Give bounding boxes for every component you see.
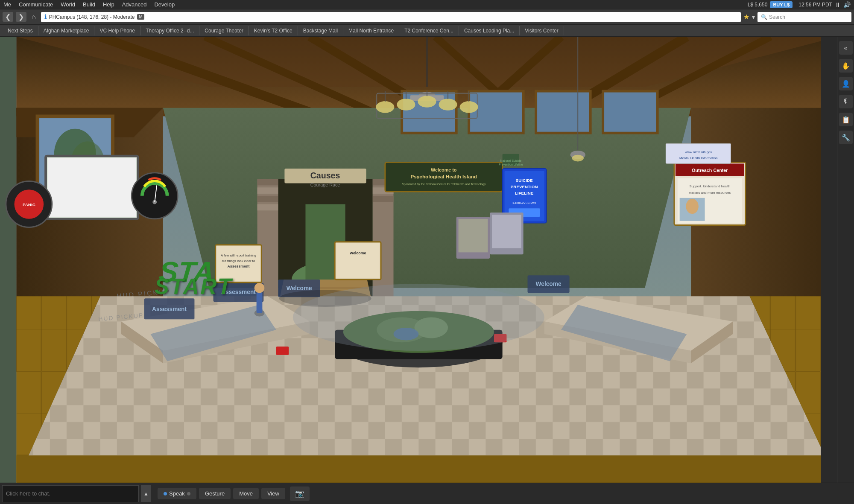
tools-button[interactable]: 🔧: [839, 131, 853, 144]
svg-rect-150: [821, 37, 837, 483]
move-button[interactable]: Move: [233, 488, 259, 499]
inventory-button[interactable]: 📋: [839, 113, 853, 126]
menu-help[interactable]: Help: [103, 1, 114, 8]
chat-input[interactable]: Click here to chat.: [2, 485, 139, 502]
svg-point-88: [415, 317, 448, 338]
gesture-label: Gesture: [205, 490, 225, 497]
speak-indicator: [164, 492, 167, 495]
svg-rect-28: [536, 91, 591, 133]
menu-build[interactable]: Build: [83, 1, 95, 8]
svg-point-84: [335, 317, 502, 367]
svg-text:Welcome: Welcome: [536, 281, 562, 287]
svg-text:Assessment: Assessment: [152, 306, 187, 312]
back-button[interactable]: ❮: [3, 12, 13, 22]
svg-rect-58: [372, 187, 393, 194]
svg-point-23: [54, 129, 96, 179]
bookmark-mall-north-entrance[interactable]: Mall North Entrance: [343, 26, 399, 35]
bookmark-visitors-center[interactable]: Visitors Center: [520, 26, 564, 35]
svg-rect-127: [509, 208, 540, 217]
svg-point-35: [418, 92, 435, 99]
svg-rect-31: [469, 91, 524, 133]
bookmarks-bar: Next Steps Afghan Marketplace VC Help Ph…: [0, 25, 854, 37]
svg-text:Psychological Health Island: Psychological Health Island: [410, 174, 477, 179]
speak-label: Speak: [169, 490, 185, 497]
svg-rect-21: [37, 116, 113, 192]
bookmark-next-steps[interactable]: Next Steps: [3, 26, 38, 35]
bookmark-therapy-office[interactable]: Therapy Office 2--d...: [140, 26, 199, 35]
svg-rect-53: [257, 179, 278, 186]
svg-marker-7: [16, 37, 837, 112]
3d-viewport[interactable]: Causes Courage Race START HUD PICKUP ENH…: [0, 37, 854, 483]
bookmark-causes-loading[interactable]: Causes Loading Pla...: [459, 26, 520, 35]
menu-bar: Me Communicate World Build Help Advanced…: [0, 0, 854, 9]
favorite-star-icon[interactable]: ★: [743, 13, 749, 21]
chat-placeholder-text: Click here to chat.: [6, 490, 50, 497]
profile-button[interactable]: 👤: [839, 77, 853, 90]
svg-marker-73: [16, 296, 100, 483]
volume-icon[interactable]: 🔊: [843, 1, 851, 8]
chat-expand-button[interactable]: ▲: [141, 485, 151, 502]
svg-marker-80: [691, 321, 733, 363]
svg-marker-66: [278, 280, 373, 305]
menu-develop[interactable]: Develop: [154, 1, 175, 8]
svg-rect-147: [494, 334, 506, 343]
location-bar[interactable]: ℹ PHCampus (148, 176, 28) - Moderate M: [41, 12, 741, 22]
clock-display: 12:56 PM PDT: [798, 2, 832, 8]
svg-point-38: [376, 101, 394, 113]
menu-advanced[interactable]: Advanced: [122, 1, 147, 8]
svg-text:Causes: Causes: [310, 171, 340, 180]
speak-button[interactable]: Speak: [158, 488, 196, 499]
svg-rect-121: [503, 169, 547, 223]
moderation-badge: M: [137, 14, 144, 20]
svg-rect-57: [372, 179, 393, 186]
svg-rect-90: [144, 298, 195, 319]
bookmark-vc-help-phone[interactable]: VC Help Phone: [94, 26, 140, 35]
home-button[interactable]: ⌂: [29, 12, 38, 22]
svg-rect-138: [680, 198, 705, 221]
menu-communicate[interactable]: Communicate: [19, 1, 53, 8]
menu-me[interactable]: Me: [3, 1, 11, 8]
collapse-panel-button[interactable]: «: [839, 41, 853, 55]
start-text: START: [155, 273, 233, 299]
bookmark-afghan-marketplace[interactable]: Afghan Marketplace: [38, 26, 95, 35]
view-button[interactable]: View: [261, 488, 285, 499]
svg-line-15: [624, 37, 770, 112]
bookmark-kevins-office[interactable]: Kevin's T2 Office: [249, 26, 298, 35]
search-bar[interactable]: 🔍 Search: [757, 12, 851, 22]
svg-point-89: [394, 328, 419, 340]
svg-rect-27: [469, 91, 524, 133]
svg-rect-51: [257, 179, 278, 305]
hand-gesture-button[interactable]: ✋: [839, 59, 853, 73]
dropdown-arrow-icon[interactable]: ▾: [752, 14, 755, 20]
bookmark-t2-conference[interactable]: T2 Conference Cen...: [399, 26, 459, 35]
svg-text:PREVENTION: PREVENTION: [511, 184, 538, 189]
svg-rect-63: [284, 169, 366, 183]
svg-text:www.nimh.nih.gov: www.nimh.nih.gov: [684, 150, 712, 154]
svg-rect-22: [39, 118, 111, 189]
svg-point-86: [343, 311, 494, 353]
svg-marker-20: [163, 108, 691, 288]
menu-world[interactable]: World: [61, 1, 75, 8]
bookmark-courage-theater[interactable]: Courage Theater: [199, 26, 249, 35]
svg-rect-30: [402, 91, 456, 133]
svg-point-42: [460, 101, 478, 113]
snapshot-camera-button[interactable]: 📷: [290, 487, 310, 501]
svg-line-12: [436, 37, 519, 112]
address-bar: ❮ ❯ ⌂ ℹ PHCampus (148, 176, 28) - Modera…: [0, 9, 854, 25]
svg-marker-77: [121, 321, 163, 363]
svg-line-11: [310, 37, 435, 112]
buy-currency-button[interactable]: BUY L$: [770, 1, 793, 8]
svg-rect-6: [16, 37, 837, 483]
svg-marker-82: [150, 305, 276, 361]
voice-button[interactable]: 🎙: [839, 95, 853, 108]
gesture-button[interactable]: Gesture: [199, 488, 231, 499]
pause-icon[interactable]: ⏸: [835, 1, 841, 8]
svg-rect-62: [305, 204, 345, 280]
svg-text:Courage Race: Courage Race: [310, 182, 340, 187]
speak-dot2: [187, 492, 190, 495]
svg-text:matters and more resources: matters and more resources: [689, 191, 731, 195]
forward-button[interactable]: ❯: [16, 12, 26, 22]
svg-text:Assessment: Assessment: [227, 264, 249, 268]
bookmark-backstage-mall[interactable]: Backstage Mall: [298, 26, 343, 35]
svg-point-111: [132, 173, 178, 219]
